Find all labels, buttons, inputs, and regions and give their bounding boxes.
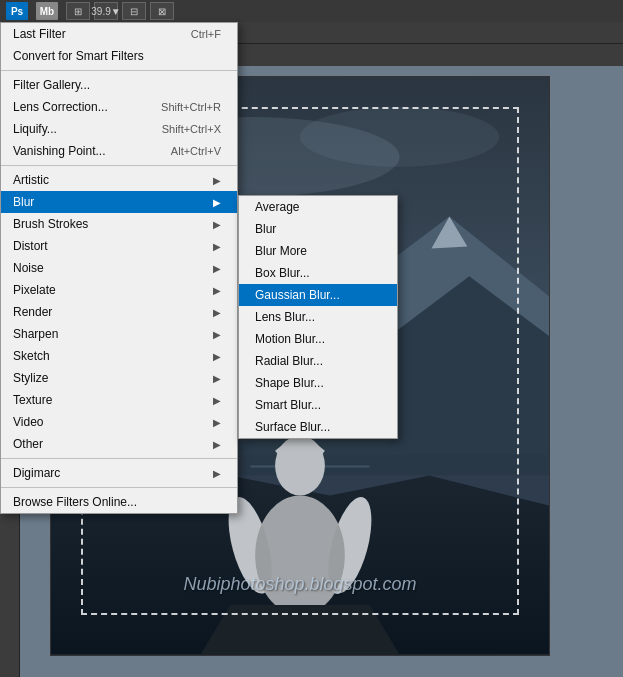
separator-4	[1, 487, 237, 488]
menu-blur[interactable]: Blur ▶	[1, 191, 237, 213]
watermark-text: Nubiphotoshop.blogspot.com	[183, 574, 416, 595]
menu-other[interactable]: Other ▶	[1, 433, 237, 455]
menu-render[interactable]: Render ▶	[1, 301, 237, 323]
menu-stylize[interactable]: Stylize ▶	[1, 367, 237, 389]
menu-liquify[interactable]: Liquify... Shift+Ctrl+X	[1, 118, 237, 140]
mb-logo: Mb	[36, 2, 58, 20]
submenu-shape-blur[interactable]: Shape Blur...	[239, 372, 397, 394]
submenu-smart-blur[interactable]: Smart Blur...	[239, 394, 397, 416]
menu-vanishing-point[interactable]: Vanishing Point... Alt+Ctrl+V	[1, 140, 237, 162]
menu-sharpen[interactable]: Sharpen ▶	[1, 323, 237, 345]
submenu-blur[interactable]: Blur	[239, 218, 397, 240]
blur-submenu: Average Blur Blur More Box Blur... Gauss…	[238, 195, 398, 439]
separator-3	[1, 458, 237, 459]
view-icon[interactable]: ⊟	[122, 2, 146, 20]
menu-distort[interactable]: Distort ▶	[1, 235, 237, 257]
menu-last-filter[interactable]: Last Filter Ctrl+F	[1, 23, 237, 45]
menu-brush-strokes[interactable]: Brush Strokes ▶	[1, 213, 237, 235]
separator-2	[1, 165, 237, 166]
menu-artistic[interactable]: Artistic ▶	[1, 169, 237, 191]
submenu-blur-more[interactable]: Blur More	[239, 240, 397, 262]
menu-lens-correction[interactable]: Lens Correction... Shift+Ctrl+R	[1, 96, 237, 118]
submenu-gaussian-blur[interactable]: Gaussian Blur...	[239, 284, 397, 306]
filter-menu: Last Filter Ctrl+F Convert for Smart Fil…	[0, 22, 238, 514]
submenu-radial-blur[interactable]: Radial Blur...	[239, 350, 397, 372]
svg-point-16	[255, 495, 345, 615]
menu-sketch[interactable]: Sketch ▶	[1, 345, 237, 367]
submenu-surface-blur[interactable]: Surface Blur...	[239, 416, 397, 438]
layout-icon[interactable]: ⊠	[150, 2, 174, 20]
separator-1	[1, 70, 237, 71]
menu-digimarc[interactable]: Digimarc ▶	[1, 462, 237, 484]
submenu-average[interactable]: Average	[239, 196, 397, 218]
arrange-icon[interactable]: ⊞	[66, 2, 90, 20]
submenu-lens-blur[interactable]: Lens Blur...	[239, 306, 397, 328]
menu-video[interactable]: Video ▶	[1, 411, 237, 433]
menu-pixelate[interactable]: Pixelate ▶	[1, 279, 237, 301]
menu-texture[interactable]: Texture ▶	[1, 389, 237, 411]
menu-filter-gallery[interactable]: Filter Gallery...	[1, 74, 237, 96]
menu-convert-smart[interactable]: Convert for Smart Filters	[1, 45, 237, 67]
svg-point-2	[300, 107, 499, 167]
svg-marker-17	[200, 605, 399, 655]
app-topbar: Ps Mb ⊞ 39.9 ▼ ⊟ ⊠	[0, 0, 623, 22]
topbar-icons: ⊞ 39.9 ▼ ⊟ ⊠	[66, 2, 174, 20]
menu-browse-online[interactable]: Browse Filters Online...	[1, 491, 237, 513]
submenu-motion-blur[interactable]: Motion Blur...	[239, 328, 397, 350]
zoom-dropdown[interactable]: 39.9 ▼	[94, 2, 118, 20]
submenu-box-blur[interactable]: Box Blur...	[239, 262, 397, 284]
menu-noise[interactable]: Noise ▶	[1, 257, 237, 279]
ps-logo: Ps	[6, 2, 28, 20]
